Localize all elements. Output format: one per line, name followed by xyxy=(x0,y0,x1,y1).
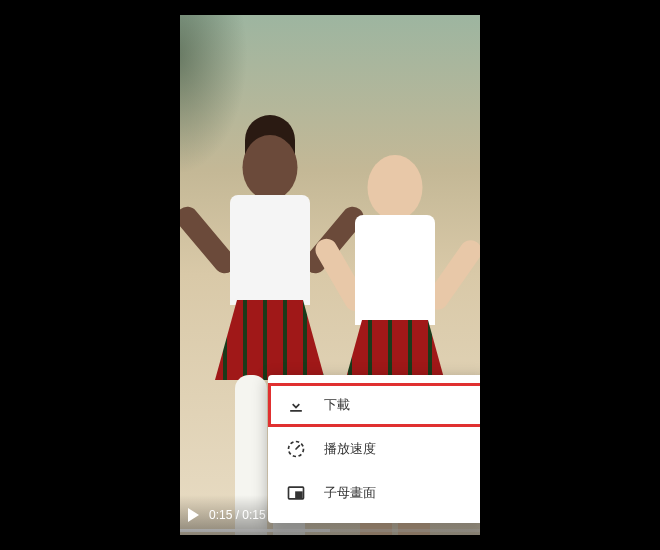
pip-icon xyxy=(286,483,306,503)
time-display: 0:15 / 0:15 xyxy=(209,508,266,522)
video-player[interactable]: 0:15 / 0:15 下載 播放速度 子母畫面 xyxy=(180,15,480,535)
menu-item-label: 下載 xyxy=(324,396,350,414)
menu-item-pip[interactable]: 子母畫面 xyxy=(268,471,480,515)
menu-item-download[interactable]: 下載 xyxy=(268,383,480,427)
play-button[interactable] xyxy=(188,508,199,522)
download-icon xyxy=(286,395,306,415)
speed-icon xyxy=(286,439,306,459)
menu-item-label: 子母畫面 xyxy=(324,484,376,502)
menu-item-speed[interactable]: 播放速度 xyxy=(268,427,480,471)
svg-rect-2 xyxy=(296,492,302,497)
menu-item-label: 播放速度 xyxy=(324,440,376,458)
context-menu: 下載 播放速度 子母畫面 xyxy=(268,375,480,523)
